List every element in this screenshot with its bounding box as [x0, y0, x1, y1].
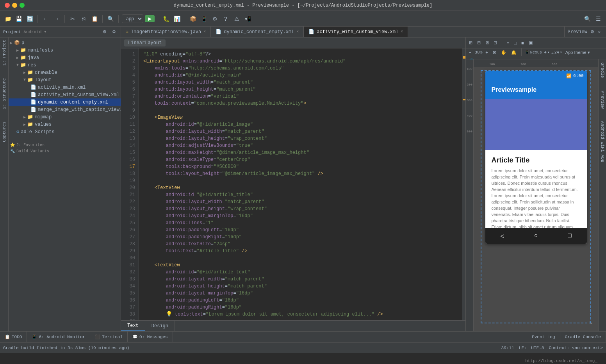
gradle-console-tab[interactable]: Gradle Console [560, 332, 606, 342]
attribution: http://blog.csdn.net/a_long_ [524, 358, 598, 364]
fit-btn[interactable]: ⊡ [491, 49, 498, 56]
recents-nav-icon: □ [568, 232, 572, 239]
paste-button[interactable]: 📋 [90, 14, 99, 23]
tree-gradle[interactable]: ⚙ adle Scripts [9, 128, 121, 136]
close-button[interactable] [5, 3, 10, 8]
back-button[interactable]: ← [41, 14, 50, 23]
tree-root[interactable]: ▶ 📦 p [9, 39, 121, 46]
tab-close-dynamic[interactable]: × [296, 30, 299, 34]
debug-button[interactable]: 🐛 [161, 14, 171, 23]
text-tab[interactable]: Text [121, 321, 145, 331]
zoom-in-btn[interactable]: + [484, 49, 489, 55]
messages-tab[interactable]: 💬 0: Messages [128, 332, 173, 342]
window-controls [5, 3, 25, 8]
tab-imageview-java[interactable]: ☕ ImageWithCaptionView.java × [121, 27, 211, 37]
terminal-tab[interactable]: ⬛ Terminal [90, 332, 128, 342]
device-button[interactable]: 📲 [243, 14, 252, 23]
save-button[interactable]: 💾 [14, 14, 23, 23]
device-label: 📱 Nexus 4 ▾ [525, 50, 550, 55]
global-search-button[interactable]: 🔍 [583, 14, 592, 23]
sync-button[interactable]: 🔄 [25, 14, 34, 23]
code-content[interactable]: "1.0" encoding="utf-8"?> <LinearLayout x… [139, 48, 462, 320]
tree-values[interactable]: ▶ 📁 values [9, 121, 121, 128]
android-monitor-tab[interactable]: 📱 6: Android Monitor [27, 332, 90, 342]
zoom-out-btn[interactable]: − [467, 49, 473, 55]
help-button[interactable]: ? [221, 14, 230, 23]
gutter-right [462, 48, 465, 320]
minimize-button[interactable] [12, 3, 17, 8]
tree-dynamic-empty[interactable]: 📄 dynamic_content_empty.xml [9, 98, 121, 106]
run-button[interactable]: ▶ [145, 15, 155, 22]
structure-vertical-tab[interactable]: 2: Structure [1, 76, 7, 111]
tree-activity-custom[interactable]: 📄 activity_with_custom_view.xml [9, 91, 121, 98]
bell-btn[interactable]: 🔔 [510, 49, 518, 56]
app-config-dropdown[interactable]: app [122, 14, 143, 23]
preview-tab[interactable]: Preview [599, 87, 606, 112]
code-editor[interactable]: 12345 678910 1112131415 16 17 181920 212… [121, 48, 465, 320]
settings-button[interactable]: ⚙ [210, 14, 219, 23]
event-log-tab[interactable]: Event Log [527, 332, 560, 342]
todo-tab[interactable]: 📋 TODO [0, 332, 27, 342]
tree-java[interactable]: ▶ 📁 java [9, 54, 121, 61]
tab-close-activity[interactable]: × [401, 30, 403, 34]
resize-handle[interactable]: ↘ [589, 319, 592, 325]
avd-manager-button[interactable]: 📱 [199, 14, 209, 23]
preview-close-btn[interactable]: × [596, 29, 603, 36]
encoding: UTF-8 [531, 346, 544, 350]
warning-marker [463, 56, 465, 59]
tree-layout[interactable]: ▼ 📁 layout [9, 76, 121, 84]
tree-mipmap[interactable]: ▶ 📁 mipmap [9, 113, 121, 121]
tab-activity-xml[interactable]: 📄 activity_with_custom_view.xml × [304, 27, 408, 37]
project-tree: ▶ 📦 p ▶ 📁 manifests ▶ 📁 java ▼ 📁 res ▶ [9, 37, 121, 331]
pan-btn[interactable]: ✋ [499, 49, 508, 56]
android-label[interactable]: Android [23, 30, 41, 34]
palette-btn-1[interactable]: ⊞ [467, 39, 474, 46]
palette-btn-7[interactable]: ■ [520, 40, 526, 46]
sep2 [521, 48, 522, 56]
tab-dynamic-xml[interactable]: 📄 dynamic_content_empty.xml × [211, 27, 304, 37]
warning-button[interactable]: ⚠ [232, 14, 241, 23]
profile-button[interactable]: 📊 [172, 14, 182, 23]
wifi-adb-tab[interactable]: Android WiFi ADB [599, 118, 606, 166]
captures-vertical-tab[interactable]: Captures [1, 119, 7, 145]
forward-button[interactable]: → [52, 14, 61, 23]
palette-btn-6[interactable]: □ [512, 40, 518, 46]
phone-content: Article Title Lorem ipsum dolor sit amet… [485, 150, 587, 228]
tree-res[interactable]: ▼ 📁 res [9, 61, 121, 69]
palette-btn-4[interactable]: ⊡ [492, 39, 499, 46]
tab-close-java[interactable]: × [203, 30, 206, 34]
more-button[interactable]: ☰ [594, 14, 603, 23]
tree-merge-image[interactable]: 📄 merge_image_with_caption_view.xml [9, 106, 121, 113]
build-variants-label: Build Variants [16, 149, 49, 153]
wifi-icon: 📶 [566, 73, 572, 79]
maximize-button[interactable] [20, 3, 25, 8]
project-gear-btn[interactable]: ⚙ [111, 29, 118, 36]
search-button[interactable]: 🔍 [106, 14, 115, 23]
cursor-position: 39:11 [501, 346, 514, 350]
tree-activity-main[interactable]: 📄 activity_main.xml [9, 84, 121, 91]
palette-btn-3[interactable]: ⊠ [484, 39, 490, 46]
monitor-label: 6: Android Monitor [39, 335, 85, 339]
monitor-icon: 📱 [32, 334, 37, 339]
tree-manifests[interactable]: ▶ 📁 manifests [9, 46, 121, 54]
tree-drawable[interactable]: ▶ 📁 drawable [9, 69, 121, 76]
article-body: Lorem ipsum dolor sit amet, consectetur … [492, 168, 581, 228]
palette-btn-2[interactable]: ⊟ [476, 39, 482, 46]
theme-btn[interactable]: AppTheme ▾ [564, 49, 592, 56]
copy-button[interactable]: ⎘ [79, 14, 88, 23]
gradle-tab[interactable]: Gradle [599, 59, 606, 81]
preview-settings-btn[interactable]: ⚙ [589, 29, 596, 36]
palette-btn-5[interactable]: ≡ [505, 40, 511, 46]
preview-toolbar-1: ⊞ ⊟ ⊠ ⊡ ≡ □ ■ ▣ [466, 37, 606, 48]
project-dropdown-icon[interactable]: ▾ [44, 29, 46, 34]
ruler-horizontal: 100 200 300 [474, 59, 598, 67]
terminal-label: Terminal [102, 335, 123, 339]
project-settings-btn[interactable]: ⚙ [101, 29, 108, 36]
editor-area: LinearLayout 12345 678910 1112131415 16 … [121, 37, 465, 331]
open-folder-button[interactable]: 📁 [3, 14, 12, 23]
design-tab[interactable]: Design [145, 321, 175, 331]
project-vertical-tab[interactable]: 1: Project [1, 37, 7, 68]
palette-btn-8[interactable]: ▣ [527, 39, 534, 46]
cut-button[interactable]: ✂ [68, 14, 77, 23]
sdk-manager-button[interactable]: 📦 [188, 14, 198, 23]
